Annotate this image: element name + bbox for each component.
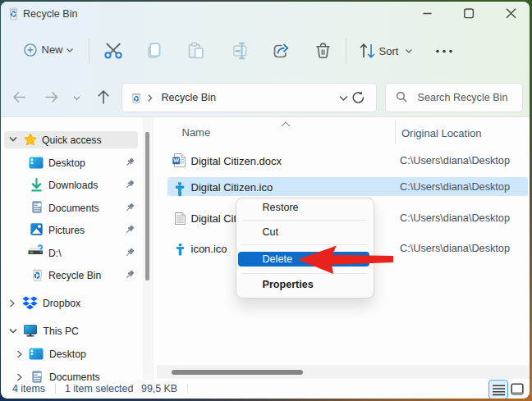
svg-text:W: W <box>173 157 179 164</box>
